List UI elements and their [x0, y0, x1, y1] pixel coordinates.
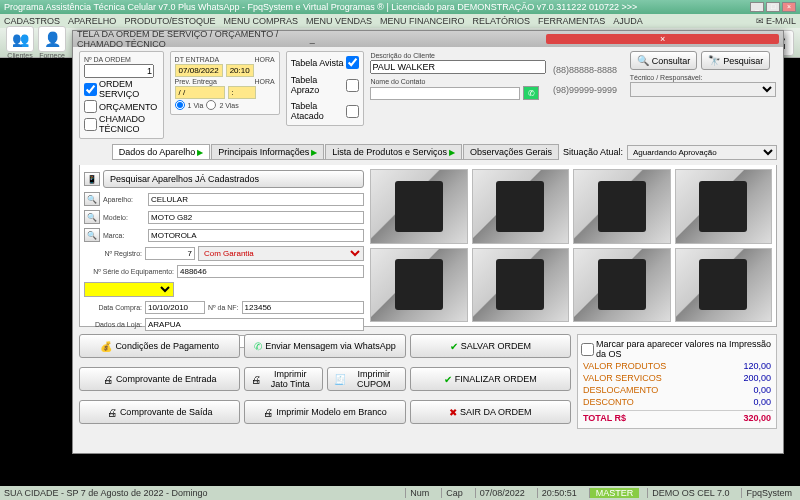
chk-marcar-impressao[interactable]	[581, 343, 594, 356]
clientes-icon[interactable]: 👥	[6, 26, 34, 52]
consultar-button[interactable]: 🔍Consultar	[630, 51, 698, 70]
modelo-branco-button[interactable]: 🖨Imprimir Modelo em Branco	[244, 400, 405, 424]
hora-input[interactable]: 20:10	[226, 64, 254, 77]
fornece-icon[interactable]: 👤	[38, 26, 66, 52]
tab-dados-aparelho[interactable]: Dados do Aparelho▶	[112, 144, 211, 159]
chk-atacado[interactable]	[346, 105, 359, 118]
check-icon: ✔	[450, 341, 458, 352]
aparelho-label: Aparelho:	[103, 196, 145, 203]
device-photo[interactable]	[675, 248, 773, 323]
situacao-select[interactable]: Aguardando Aprovação	[627, 145, 777, 160]
comp-saida-button[interactable]: 🖨Comprovante de Saída	[79, 400, 240, 424]
preventrega-input[interactable]: / /	[175, 86, 225, 99]
menu-ajuda[interactable]: AJUDA	[613, 16, 643, 26]
device-photo[interactable]	[573, 169, 671, 244]
dialog-close-button[interactable]: ×	[546, 34, 779, 44]
lookup-icon[interactable]: 🔍	[84, 210, 100, 224]
radio-1via[interactable]	[175, 100, 185, 110]
pesquisar-aparelhos-button[interactable]: Pesquisar Aparelhos JÁ Cadastrados	[103, 170, 364, 188]
lookup-icon[interactable]: 🔍	[84, 192, 100, 206]
vprodutos-label: VALOR PRODUTOS	[583, 361, 666, 371]
comp-entrada-button[interactable]: 🖨Comprovante de Entrada	[79, 367, 240, 391]
check-icon: ✔	[444, 374, 452, 385]
marca-label: Marca:	[103, 232, 145, 239]
nserie-input[interactable]	[177, 265, 364, 278]
tecnico-label: Técnico / Responsável:	[630, 74, 703, 81]
salvar-button[interactable]: ✔SALVAR ORDEM	[410, 334, 571, 358]
minimize-button[interactable]: _	[750, 2, 764, 12]
bottom-button-grid: 💰Condições de Pagamento ✆Enviar Mensagem…	[79, 334, 571, 429]
print-icon: 🖨	[251, 374, 261, 385]
tab-principais[interactable]: Principais Informações▶	[211, 144, 324, 159]
chk-orcamento[interactable]	[84, 100, 97, 113]
cliente-group: Descrição do Cliente Nome do Contato ✆	[370, 51, 547, 101]
menu-compras[interactable]: MENU COMPRAS	[224, 16, 299, 26]
device-photo[interactable]	[370, 169, 468, 244]
aparelho-input[interactable]	[148, 193, 364, 206]
photo-grid	[370, 169, 772, 322]
dialog-title: TELA DA ORDEM DE SERVIÇO / ORÇAMENTO / C…	[77, 29, 310, 49]
binoculars-icon: 🔭	[708, 55, 720, 66]
search-icon: 🔍	[637, 55, 649, 66]
device-photo[interactable]	[573, 248, 671, 323]
menu-financeiro[interactable]: MENU FINANCEIRO	[380, 16, 465, 26]
phone2: (98)99999-9999	[553, 85, 624, 95]
nreg-input[interactable]	[145, 247, 195, 260]
menu-vendas[interactable]: MENU VENDAS	[306, 16, 372, 26]
menu-aparelho[interactable]: APARELHO	[68, 16, 116, 26]
tab-content: 📱Pesquisar Aparelhos JÁ Cadastrados 🔍Apa…	[79, 165, 777, 327]
menu-cadastros[interactable]: CADASTROS	[4, 16, 60, 26]
chk-chamado[interactable]	[84, 118, 97, 131]
jato-button[interactable]: 🖨Imprimir Jato Tinta	[244, 367, 323, 391]
device-photo[interactable]	[675, 169, 773, 244]
dialog-titlebar[interactable]: TELA DA ORDEM DE SERVIÇO / ORÇAMENTO / C…	[73, 31, 783, 47]
values-panel: Marcar para aparecer valores na Impressã…	[577, 334, 777, 429]
dadosloja-input[interactable]	[145, 318, 364, 331]
chk-aprazo[interactable]	[346, 79, 359, 92]
lookup-icon[interactable]: 🔍	[84, 228, 100, 242]
contato-label: Nome do Contato	[370, 78, 425, 85]
close-button[interactable]: ×	[782, 2, 796, 12]
device-photo[interactable]	[472, 248, 570, 323]
chk-avista[interactable]	[346, 56, 359, 69]
whatsapp-button[interactable]: ✆Enviar Mensagem via WhatsApp	[244, 334, 405, 358]
situacao-label: Situação Atual:	[563, 147, 623, 157]
garantia-select[interactable]: Com Garantia	[198, 246, 364, 261]
modelo-input[interactable]	[148, 211, 364, 224]
total-label: TOTAL R$	[583, 413, 626, 423]
radio-2vias[interactable]	[206, 100, 216, 110]
nnf-input[interactable]	[242, 301, 364, 314]
sair-button[interactable]: ✖SAIR DA ORDEM	[410, 400, 571, 424]
menu-produto[interactable]: PRODUTO/ESTOQUE	[124, 16, 215, 26]
nreg-label: Nº Registro:	[84, 250, 142, 257]
maximize-button[interactable]: □	[766, 2, 780, 12]
dtentrada-input[interactable]: 07/08/2022	[175, 64, 223, 77]
contato-input[interactable]	[370, 87, 520, 100]
order-number-input[interactable]	[84, 64, 154, 78]
device-icon[interactable]: 📱	[84, 172, 100, 186]
marca-input[interactable]	[148, 229, 364, 242]
date-group: DT ENTRADAHORA 07/08/202220:10 Prev. Ent…	[170, 51, 280, 115]
menu-ferramentas[interactable]: FERRAMENTAS	[538, 16, 605, 26]
tab-observacoes[interactable]: Observações Gerais	[463, 144, 559, 159]
tecnico-select[interactable]	[630, 82, 776, 97]
cupom-button[interactable]: 🧾Imprimir CUPOM	[327, 367, 406, 391]
dialog-min-icon[interactable]: _	[310, 34, 543, 44]
device-photo[interactable]	[472, 169, 570, 244]
finalizar-button[interactable]: ✔FINALIZAR ORDEM	[410, 367, 571, 391]
desc-cliente-input[interactable]	[370, 60, 546, 74]
menu-relatorios[interactable]: RELATÓRIOS	[473, 16, 530, 26]
cond-pagamento-button[interactable]: 💰Condições de Pagamento	[79, 334, 240, 358]
device-photo[interactable]	[370, 248, 468, 323]
dtcompra-input[interactable]	[145, 301, 205, 314]
arrow-icon: ▶	[311, 148, 317, 157]
order-number-label: Nº DA ORDEM	[84, 56, 131, 63]
whatsapp-icon[interactable]: ✆	[523, 86, 539, 100]
exit-icon: ✖	[449, 407, 457, 418]
chk-os[interactable]	[84, 83, 97, 96]
tab-produtos[interactable]: Lista de Produtos e Serviços▶	[325, 144, 462, 159]
app-title: Programa Assistência Técnica Celular v7.…	[4, 2, 750, 12]
pesquisar-button[interactable]: 🔭Pesquisar	[701, 51, 770, 70]
color-select[interactable]	[84, 282, 174, 297]
email-button[interactable]: ✉ E-MAIL	[756, 16, 796, 26]
